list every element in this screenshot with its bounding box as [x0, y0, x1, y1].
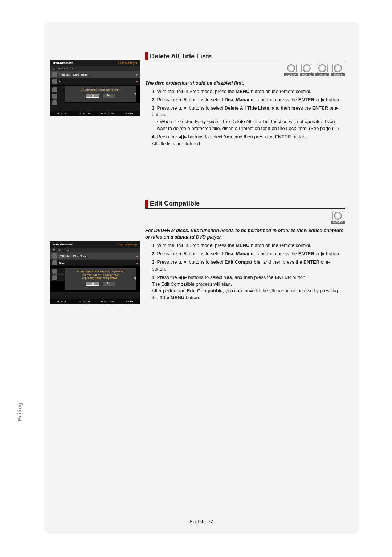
disc-label: DVD-RW	[300, 73, 314, 76]
hint-exit: ⇥ EXIT	[124, 300, 133, 303]
menu-icon	[52, 94, 57, 99]
arrow-right-icon: ▸	[136, 73, 138, 76]
instruction-tail: The Edit Compatible process will start.	[152, 281, 345, 288]
menu-icon	[52, 275, 57, 280]
instruction-step: 2. Press the ▲▼ buttons to select Disc M…	[152, 97, 345, 103]
divider	[145, 61, 345, 61]
side-tab-editing: Editing	[16, 403, 23, 421]
instruction-list: 1. With the unit in Stop mode, press the…	[145, 88, 345, 147]
disc-badge: DVD-R	[315, 64, 329, 76]
hint-enter: ⏎ ENTER	[78, 300, 90, 303]
divider	[145, 208, 345, 209]
section-header-delete: Delete All Title Lists	[145, 52, 345, 60]
arrow-right-icon: ▸	[134, 277, 136, 280]
disc-label: DVD+R	[331, 73, 345, 76]
section-bar-icon	[145, 52, 148, 60]
disc-label: DVD-RAM	[284, 73, 298, 76]
disc-icon	[53, 249, 55, 251]
disc-badge: DVD+RW	[331, 211, 345, 224]
menu-icon	[52, 79, 57, 84]
osd-menu-items: Pl▸	[50, 78, 140, 85]
disc-badge: DVD-RW	[300, 64, 314, 76]
osd-yes-button[interactable]: Yes	[86, 94, 99, 98]
disc-icon	[332, 64, 343, 73]
osd-tab: Title List	[59, 73, 71, 76]
osd-footer-hints: ✥ MOVE ⏎ ENTER ↶ RETURN ⇥ EXIT	[50, 299, 140, 304]
disc-badge: DVD+R	[331, 64, 345, 76]
osd-screenshot-edit: DVD-Recorder Disc Manager DVD+RW Title L…	[50, 241, 140, 304]
osd-footer-hints: ✥ MOVE ⏎ ENTER ↶ RETURN ⇥ EXIT	[50, 111, 140, 116]
osd-dialog-message: Do you want to execute Edit compatible? …	[68, 270, 133, 280]
disc-badge-row: DVD-RAM DVD-RW DVD-R DVD+R	[145, 64, 345, 76]
hint-move: ✥ MOVE	[57, 112, 68, 115]
instruction-step: 3. Press the ▲▼ buttons to select Delete…	[152, 105, 345, 132]
content-area: Delete All Title Lists DVD-RAM DVD-RW DV…	[44, 22, 359, 534]
disc-badge: DVD-RAM	[284, 64, 298, 76]
disc-label: DVD-R	[315, 73, 329, 76]
osd-disc-type: DVD-RW(VR)	[50, 66, 140, 71]
osd-no-button[interactable]: No	[103, 282, 115, 286]
osd-row-titlelist: Title List Disc Name : ▸	[50, 71, 140, 78]
instruction-note: The disc protection should be disabled f…	[145, 80, 345, 87]
osd-disc-type: DVD+RW	[50, 248, 140, 252]
disc-icon	[286, 64, 297, 73]
instruction-step: 1. With the unit in Stop mode, press the…	[152, 88, 345, 95]
menu-icon	[52, 87, 57, 92]
osd-header: DVD-Recorder Disc Manager	[50, 241, 140, 248]
osd-dialog-message: Do you want to delete all title lists?	[68, 88, 133, 92]
arrow-right-icon: ▸	[134, 93, 136, 95]
footer-page: 72	[208, 519, 213, 524]
instruction-substep: • When Protected Entry exists: The Delet…	[152, 118, 345, 132]
disc-icon	[301, 64, 312, 73]
instruction-step: 3. Press the ▲▼ buttons to select Edit C…	[152, 259, 345, 273]
hint-move: ✥ MOVE	[57, 300, 68, 303]
instruction-step: 4. Press the ◀ ▶ buttons to select Yes, …	[152, 274, 345, 301]
osd-confirm-dialog: Do you want to delete all title lists? Y…	[65, 86, 136, 102]
disc-label: DVD+RW	[331, 221, 345, 224]
instruction-step: 4. Press the ◀ ▶ buttons to select Yes, …	[152, 134, 345, 147]
list-icon	[52, 253, 57, 259]
osd-row-titlelist: Title List Disc Name : ▸	[50, 252, 140, 259]
instruction-list: 1. With the unit in Stop mode, press the…	[145, 242, 345, 301]
instruction-block: For DVD+RW discs, this function needs to…	[145, 227, 345, 301]
osd-section: Disc Manager	[118, 243, 137, 246]
section-title: Edit Compatible	[150, 200, 200, 207]
hint-return: ↶ RETURN	[100, 300, 114, 303]
menu-icon	[52, 269, 57, 274]
section-header-edit: Edit Compatible	[145, 200, 345, 208]
section-bar-icon	[145, 200, 148, 208]
osd-section: Disc Manager	[118, 61, 137, 65]
hint-exit: ⇥ EXIT	[124, 112, 133, 115]
hint-return: ↶ RETURN	[100, 112, 114, 115]
instruction-step: 1. With the unit in Stop mode, press the…	[152, 242, 345, 249]
instruction-block: The disc protection should be disabled f…	[145, 80, 345, 147]
page-background: Delete All Title Lists DVD-RAM DVD-RW DV…	[44, 22, 359, 534]
page-footer: English - 72	[190, 519, 213, 524]
osd-row-label: Disc Name :	[73, 255, 136, 258]
osd-header: DVD-Recorder Disc Manager	[50, 60, 140, 66]
osd-screenshot-delete: DVD-Recorder Disc Manager DVD-RW(VR) Tit…	[50, 60, 140, 116]
disc-badge-row: DVD+RW	[145, 211, 345, 224]
menu-icon	[52, 260, 57, 265]
instruction-step: 2. Press the ▲▼ buttons to select Disc M…	[152, 251, 345, 257]
disc-icon	[53, 68, 55, 70]
instruction-tail2: After performing Edit Compatible, you ca…	[152, 288, 345, 301]
section-title: Delete All Title Lists	[150, 53, 212, 60]
footer-lang: English	[190, 519, 204, 524]
instruction-tail: All title lists are deleted.	[152, 141, 345, 147]
arrow-right-icon: ▸	[136, 255, 138, 258]
instruction-note: For DVD+RW discs, this function needs to…	[145, 227, 345, 241]
hint-enter: ⏎ ENTER	[78, 112, 90, 115]
osd-row-label: Disc Name :	[73, 73, 136, 76]
osd-confirm-dialog: Do you want to execute Edit compatible? …	[65, 268, 136, 290]
disc-icon	[332, 211, 343, 220]
disc-icon	[317, 64, 328, 73]
osd-tab: Title List	[59, 255, 71, 258]
osd-yes-button[interactable]: Yes	[86, 282, 99, 286]
osd-title: DVD-Recorder	[53, 243, 73, 246]
menu-icon	[52, 100, 57, 105]
list-icon	[52, 72, 57, 77]
osd-menu-items: Disc▸	[50, 259, 140, 266]
osd-no-button[interactable]: No	[103, 94, 115, 98]
osd-title: DVD-Recorder	[53, 61, 73, 65]
